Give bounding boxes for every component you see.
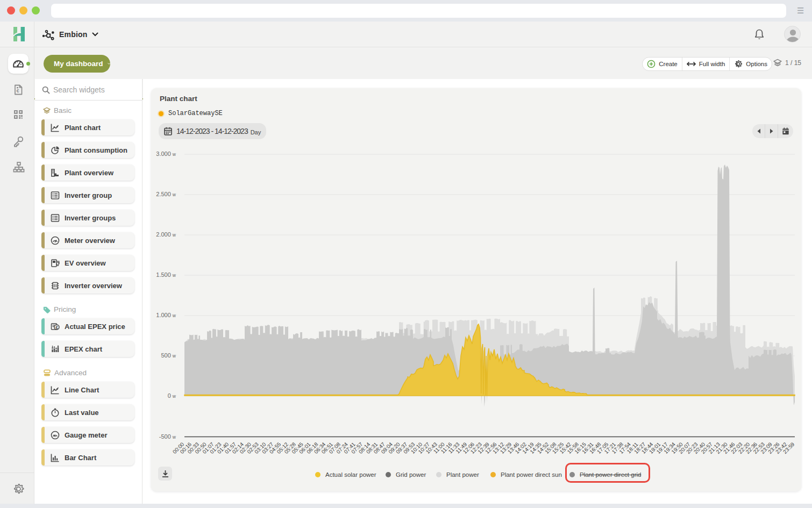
- svg-text:€: €: [17, 88, 20, 94]
- svg-text:€: €: [55, 324, 58, 330]
